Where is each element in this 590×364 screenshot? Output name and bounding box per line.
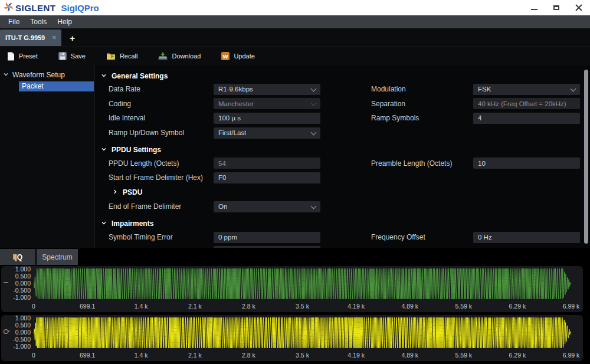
field-value: On (218, 203, 227, 210)
q-trace-plot: Q1.0000.5000.000-0.500-1.0000699.11.4 k2… (1, 315, 583, 361)
x-tick-label: 2.8 k (242, 303, 255, 310)
x-tick-label: 699.1 (80, 352, 95, 359)
y-tick-label: -1.000 (4, 343, 31, 349)
y-tick-label: 1.000 (4, 266, 31, 272)
end-of-frame-delimiter-select[interactable]: On (214, 201, 320, 212)
field-label: Ramp Up/Down Symbol (109, 129, 214, 137)
waveform-viewer: I|QSpectrum I1.0000.5000.000-0.500-1.000… (0, 248, 590, 364)
x-tick-label: 1.4 k (135, 352, 148, 359)
title-bar: SIGLENT SigIQPro (0, 0, 590, 15)
ramp-symbols-input[interactable]: 4 (473, 113, 580, 124)
app-name-text: SigIQPro (61, 3, 99, 13)
field-value: 100 µ s (218, 114, 241, 122)
x-tick-label: 6.99 k (563, 303, 580, 310)
field-value: 0 ppm (218, 234, 237, 241)
modulation-select[interactable]: FSK (473, 84, 580, 95)
preset-button[interactable]: Preset (7, 52, 38, 61)
subsection-label: PSDU (123, 188, 142, 196)
x-tick-label: 2.8 k (242, 352, 255, 359)
field-label: Data Rate (109, 85, 214, 93)
menu-item-help[interactable]: Help (52, 18, 77, 26)
settings-row: Data RateR1-9.6kbpsModulationFSK (109, 82, 581, 97)
x-tick-label: 5.59 k (455, 303, 472, 310)
y-tick-label: 0.500 (4, 322, 31, 328)
update-button[interactable]: WUpdate (221, 52, 254, 60)
field-label: Separation (371, 100, 473, 108)
waveform-trace-i (34, 267, 571, 300)
frequency-offset-input[interactable]: 0 Hz (473, 232, 580, 243)
save-floppy-icon (58, 52, 67, 60)
close-button[interactable] (568, 0, 590, 15)
viewer-tab-spectrum[interactable]: Spectrum (37, 249, 78, 265)
download-icon (158, 52, 168, 60)
download-button[interactable]: Download (158, 52, 201, 60)
main-area: Waveform SetupPacket General SettingsDat… (0, 65, 590, 248)
document-tab[interactable]: ITU-T G.9959× (0, 29, 61, 46)
toolbar: PresetSaveRecallDownloadWUpdate (0, 46, 590, 65)
minimize-icon (531, 9, 537, 10)
section-header-ppdu-settings[interactable]: PPDU Settings (101, 143, 581, 156)
waveform-trace-q (34, 316, 571, 349)
separation-input: 40 kHz (Freq Offset = 20kHz) (473, 98, 580, 109)
section-header-general-settings[interactable]: General Settings (101, 70, 581, 82)
new-tab-button[interactable]: + (70, 29, 75, 46)
section-title: General Settings (112, 72, 168, 80)
preamble-length-octets-input[interactable]: 10 (473, 158, 580, 169)
ppdu-length-octets-input: 54 (214, 158, 320, 169)
i-trace-plot: I1.0000.5000.000-0.500-1.0000699.11.4 k2… (1, 266, 583, 312)
start-of-frame-delimiter-hex-input[interactable]: F0 (214, 172, 320, 183)
recall-button[interactable]: Recall (106, 52, 138, 60)
settings-scrollbar-thumb[interactable] (584, 70, 588, 244)
field-value: Manchester (218, 100, 254, 107)
x-tick-label: 6.29 k (509, 352, 526, 359)
symbol-timing-error-input[interactable]: 0 ppm (214, 232, 320, 243)
document-tab-label: ITU-T G.9959 (5, 34, 45, 41)
sigiqpro-window: SIGLENT SigIQPro FileToolsHelp ITU-T G.9… (0, 0, 590, 364)
save-button[interactable]: Save (58, 52, 86, 60)
ramp-up-down-symbol-select[interactable]: First/Last (214, 127, 320, 139)
settings-row: Ramp Up/Down SymbolFirst/Last (109, 126, 581, 140)
field-label: Preamble Length (Octets) (371, 159, 473, 168)
brand-text: SIGLENT (15, 3, 56, 13)
field-value: 0 Hz (478, 234, 492, 241)
x-tick-label: 1.4 k (135, 303, 148, 310)
sidebar-item-packet[interactable]: Packet (19, 81, 94, 91)
chevron-down-icon (101, 219, 107, 228)
menu-item-file[interactable]: File (3, 18, 25, 26)
tab-close-icon[interactable]: × (52, 34, 56, 41)
x-tick-label: 0 (32, 352, 35, 359)
x-tick-label: 3.5 k (296, 352, 309, 359)
sidebar-item-waveform-setup[interactable]: Waveform Setup (0, 68, 94, 81)
field-label: Symbol Timing Error (109, 233, 214, 241)
coding-select: Manchester (214, 98, 320, 109)
viewer-tab-iq[interactable]: I|Q (0, 249, 35, 265)
subsection-psdu[interactable]: PSDU (112, 188, 142, 196)
chevron-right-icon (112, 188, 118, 196)
settings-row: PPDU Length (Octets)54Preamble Length (O… (109, 156, 581, 170)
y-tick-label: 0.500 (4, 273, 31, 279)
data-rate-select[interactable]: R1-9.6kbps (214, 84, 320, 95)
field-value: 10 (478, 160, 486, 167)
minimize-button[interactable] (523, 0, 545, 15)
y-tick-label: 0.000 (4, 329, 31, 335)
field-label: Idle Interval (109, 114, 214, 122)
settings-row: Symbol Timing Error0 ppmFrequency Offset… (109, 230, 581, 245)
field-value: 54 (218, 160, 226, 167)
download-button-label: Download (172, 53, 201, 60)
x-tick-label: 4.89 k (401, 352, 418, 359)
idle-interval-input[interactable]: 100 µ s (214, 113, 320, 124)
document-tab-bar: ITU-T G.9959×+ (0, 28, 590, 46)
field-value: 4 (478, 114, 481, 122)
menu-item-tools[interactable]: Tools (25, 18, 52, 26)
recall-folder-icon (106, 52, 116, 60)
viewer-tab-strip: I|QSpectrum (0, 248, 590, 265)
x-tick-label: 5.59 k (455, 352, 472, 359)
y-tick-label: -0.500 (4, 287, 31, 293)
maximize-button[interactable] (545, 0, 568, 15)
x-tick-label: 4.19 k (348, 352, 365, 359)
settings-row: PSDU (109, 185, 581, 200)
window-controls (523, 0, 590, 15)
section-header-impairments[interactable]: Impairments (101, 218, 581, 230)
update-w-icon: W (221, 52, 230, 60)
x-tick-label: 6.29 k (509, 303, 526, 310)
